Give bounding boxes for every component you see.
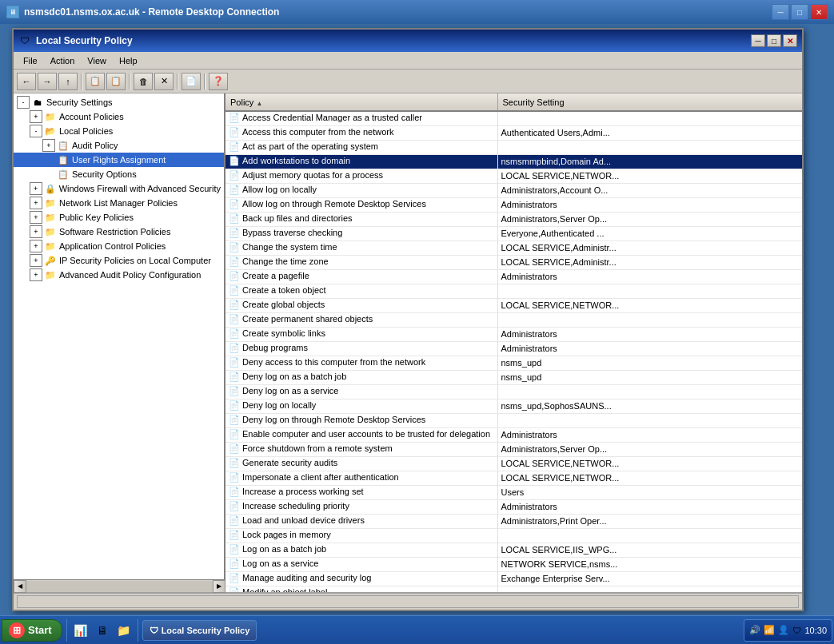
taskbar-icon-2[interactable]: 🖥 xyxy=(93,621,112,640)
policy-cell: 📄Log on as a service xyxy=(225,557,497,571)
table-row[interactable]: 📄Change the time zoneLOCAL SERVICE,Admin… xyxy=(225,255,802,269)
lsp-icon: 🛡 xyxy=(18,34,31,47)
forward-button[interactable]: → xyxy=(38,73,57,90)
tree-item-ip-security[interactable]: + 🔑 IP Security Policies on Local Comput… xyxy=(14,253,224,268)
table-row[interactable]: 📄Generate security auditsLOCAL SERVICE,N… xyxy=(225,456,802,471)
tree-item-account-policies[interactable]: + 📁 Account Policies xyxy=(14,109,224,124)
tree-expander-public-key[interactable]: + xyxy=(30,211,42,224)
policy-table[interactable]: Policy ▲ Security Setting 📄Access Creden… xyxy=(225,93,802,592)
taskbar-icon-sound[interactable]: 🔊 xyxy=(749,625,760,635)
rdp-minimize-button[interactable]: ─ xyxy=(772,4,789,20)
table-row[interactable]: 📄Create a pagefileAdministrators xyxy=(225,269,802,284)
up-button[interactable]: ↑ xyxy=(58,73,78,90)
tree-icon-account-policies: 📁 xyxy=(44,110,57,123)
rdp-maximize-button[interactable]: □ xyxy=(791,4,808,20)
delete-button[interactable]: 🗑 xyxy=(134,73,153,90)
table-row[interactable]: 📄Manage auditing and security logExchang… xyxy=(225,571,802,586)
table-row[interactable]: 📄Access Credential Manager as a trusted … xyxy=(225,111,802,125)
table-row[interactable]: 📄Enable computer and user accounts to be… xyxy=(225,427,802,442)
taskbar-icon-1[interactable]: 📊 xyxy=(71,621,90,640)
hscroll-right[interactable]: ▶ xyxy=(213,580,225,593)
table-row[interactable]: 📄Deny log on locallynsms_upd,SophosSAUNS… xyxy=(225,399,802,413)
table-row[interactable]: 📄Impersonate a client after authenticati… xyxy=(225,471,802,485)
tree-expander-app-control[interactable]: + xyxy=(30,240,42,252)
taskbar-icon-user[interactable]: 👤 xyxy=(778,625,789,635)
table-row[interactable]: 📄Modify an object label xyxy=(225,586,802,592)
tree-expander-advanced-audit[interactable]: + xyxy=(30,268,42,281)
tree-hscrollbar[interactable]: ◀ ▶ xyxy=(14,579,225,592)
table-row[interactable]: 📄Create a token object xyxy=(225,284,802,298)
table-row[interactable]: 📄Lock pages in memory xyxy=(225,528,802,543)
table-row[interactable]: 📄Add workstations to domainnsmsmmpbind,D… xyxy=(225,154,802,169)
lsp-close-button[interactable]: ✕ xyxy=(783,34,797,47)
col-policy[interactable]: Policy ▲ xyxy=(225,93,497,111)
taskbar-icon-shield[interactable]: 🛡 xyxy=(792,626,801,635)
security-setting-cell: nsms_upd xyxy=(497,370,802,384)
menu-help[interactable]: Help xyxy=(113,54,144,67)
tree-item-app-control[interactable]: + 📁 Application Control Policies xyxy=(14,239,224,253)
table-row[interactable]: 📄Bypass traverse checkingEveryone,Authen… xyxy=(225,226,802,241)
menu-view[interactable]: View xyxy=(81,54,113,67)
tree-expander-network-list[interactable]: + xyxy=(30,197,42,209)
tree-item-windows-firewall[interactable]: + 🔒 Windows Firewall with Advanced Secur… xyxy=(14,181,224,196)
hscroll-left[interactable]: ◀ xyxy=(14,580,26,593)
tree-expander-audit-policy[interactable]: + xyxy=(42,139,55,152)
tree-expander-security-settings[interactable]: - xyxy=(17,96,30,109)
lsp-maximize-button[interactable]: □ xyxy=(767,34,781,47)
menu-file[interactable]: File xyxy=(17,54,44,67)
security-setting-cell: Administrators xyxy=(497,499,802,514)
menu-action[interactable]: Action xyxy=(44,54,82,67)
table-row[interactable]: 📄Deny log on through Remote Desktop Serv… xyxy=(225,413,802,427)
table-row[interactable]: 📄Create global objectsLOCAL SERVICE,NETW… xyxy=(225,298,802,312)
policy-icon: 📄 xyxy=(229,343,240,354)
table-row[interactable]: 📄Log on as a batch jobLOCAL SERVICE,IIS_… xyxy=(225,543,802,557)
table-row[interactable]: 📄Deny access to this computer from the n… xyxy=(225,356,802,370)
table-row[interactable]: 📄Create permanent shared objects xyxy=(225,312,802,327)
tree-item-user-rights[interactable]: 📋 User Rights Assignment xyxy=(14,153,224,167)
table-row[interactable]: 📄Deny log on as a service xyxy=(225,384,802,399)
tree-expander-account-policies[interactable]: + xyxy=(30,110,42,123)
tree-expander-local-policies[interactable]: - xyxy=(30,125,42,137)
tree-expander-ip-security[interactable]: + xyxy=(30,254,42,267)
taskbar-icon-3[interactable]: 📁 xyxy=(114,621,134,640)
table-row[interactable]: 📄Adjust memory quotas for a processLOCAL… xyxy=(225,169,802,183)
tree-item-network-list[interactable]: + 📁 Network List Manager Policies xyxy=(14,196,224,210)
taskbar-lsp-app[interactable]: 🛡 Local Security Policy xyxy=(142,620,257,641)
col-security-setting[interactable]: Security Setting xyxy=(497,93,802,111)
col-policy-label: Policy xyxy=(230,97,253,107)
lsp-minimize-button[interactable]: ─ xyxy=(751,34,765,47)
tree-item-audit-policy[interactable]: + 📋 Audit Policy xyxy=(14,138,224,153)
tree-item-public-key[interactable]: + 📁 Public Key Policies xyxy=(14,210,224,225)
table-row[interactable]: 📄Change the system timeLOCAL SERVICE,Adm… xyxy=(225,241,802,255)
tree-item-security-options[interactable]: 📋 Security Options xyxy=(14,167,224,181)
properties-button[interactable]: 📄 xyxy=(182,73,201,90)
tree-item-software-restriction[interactable]: + 📁 Software Restriction Policies xyxy=(14,225,224,239)
table-row[interactable]: 📄Log on as a serviceNETWORK SERVICE,nsms… xyxy=(225,557,802,571)
rdp-close-button[interactable]: ✕ xyxy=(810,4,828,20)
table-row[interactable]: 📄Load and unload device driversAdministr… xyxy=(225,514,802,528)
copy-button[interactable]: 📋 xyxy=(86,73,105,90)
table-row[interactable]: 📄Force shutdown from a remote systemAdmi… xyxy=(225,442,802,456)
back-button[interactable]: ← xyxy=(17,73,36,90)
table-row[interactable]: 📄Access this computer from the networkAu… xyxy=(225,125,802,140)
table-row[interactable]: 📄Act as part of the operating system xyxy=(225,140,802,154)
tree-item-local-policies[interactable]: - 📂 Local Policies xyxy=(14,124,224,138)
table-row[interactable]: 📄Debug programsAdministrators xyxy=(225,341,802,356)
tree-item-security-settings[interactable]: - 🖿 Security Settings xyxy=(14,95,224,109)
table-row[interactable]: 📄Back up files and directoriesAdministra… xyxy=(225,212,802,226)
help-button[interactable]: ❓ xyxy=(209,73,228,90)
taskbar-icon-network[interactable]: 📶 xyxy=(764,625,775,635)
security-setting-cell xyxy=(497,384,802,399)
table-row[interactable]: 📄Allow log on locallyAdministrators,Acco… xyxy=(225,183,802,197)
cancel-button[interactable]: ✕ xyxy=(154,73,174,90)
table-row[interactable]: 📄Create symbolic linksAdministrators xyxy=(225,327,802,341)
table-row[interactable]: 📄Increase scheduling priorityAdministrat… xyxy=(225,499,802,514)
table-row[interactable]: 📄Allow log on through Remote Desktop Ser… xyxy=(225,197,802,212)
tree-item-advanced-audit[interactable]: + 📁 Advanced Audit Policy Configuration xyxy=(14,268,224,282)
start-button[interactable]: ⊞ Start xyxy=(2,619,62,642)
tree-expander-windows-firewall[interactable]: + xyxy=(30,182,42,195)
paste-button[interactable]: 📋 xyxy=(106,73,126,90)
table-row[interactable]: 📄Deny log on as a batch jobnsms_upd xyxy=(225,370,802,384)
table-row[interactable]: 📄Increase a process working setUsers xyxy=(225,485,802,499)
tree-expander-software-restriction[interactable]: + xyxy=(30,225,42,238)
